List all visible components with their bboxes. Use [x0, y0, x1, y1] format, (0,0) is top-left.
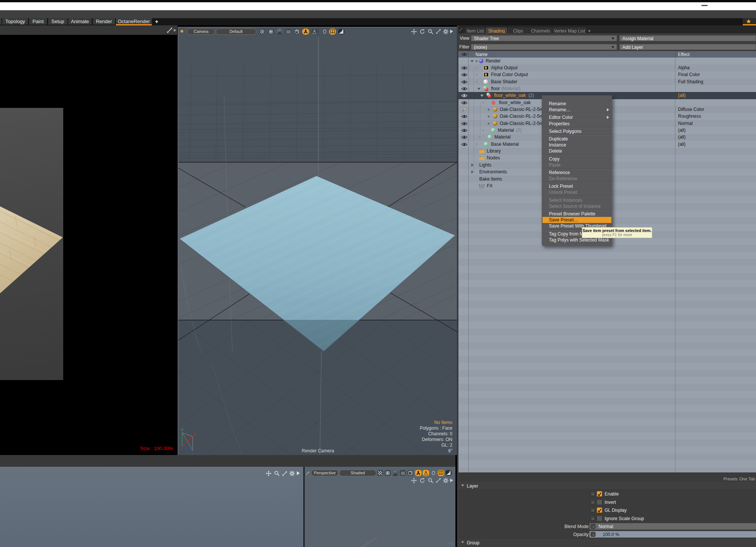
svg-text:Y: Y	[181, 428, 184, 432]
svg-text:X: X	[193, 433, 196, 437]
svg-text:Z: Z	[192, 450, 195, 455]
